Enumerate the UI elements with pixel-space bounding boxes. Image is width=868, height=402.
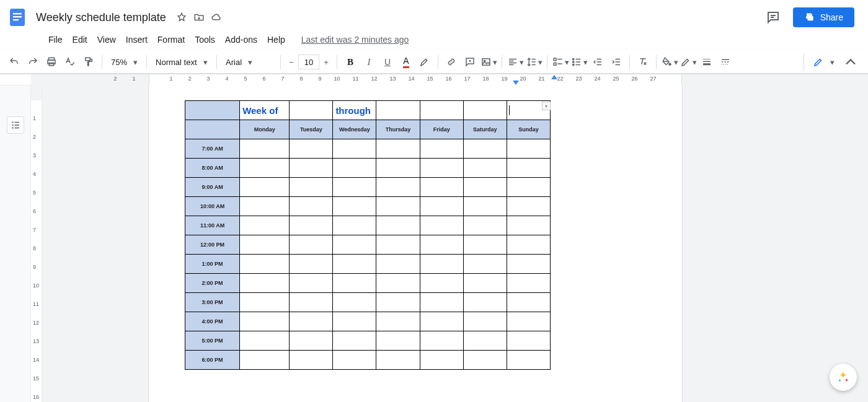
editing-mode-select[interactable]: ▾	[804, 53, 839, 71]
schedule-cell[interactable]	[463, 216, 507, 235]
document-canvas[interactable]: ▾ Week of through	[42, 85, 868, 402]
border-color-icon[interactable]: ▾	[680, 53, 697, 71]
menu-insert[interactable]: Insert	[121, 32, 153, 47]
schedule-cell[interactable]	[290, 235, 333, 255]
time-label[interactable]: 9:00 AM	[185, 178, 240, 197]
open-comments-icon[interactable]	[764, 9, 782, 26]
schedule-cell[interactable]	[240, 178, 290, 197]
schedule-cell[interactable]	[420, 274, 463, 293]
schedule-cell[interactable]	[240, 197, 290, 216]
menu-format[interactable]: Format	[153, 32, 190, 47]
schedule-cell[interactable]	[240, 274, 290, 293]
bulleted-list-icon[interactable]: ▾	[570, 53, 588, 71]
schedule-cell[interactable]	[240, 139, 290, 159]
table-row[interactable]: 10:00 AM	[185, 197, 551, 216]
day-header[interactable]: Saturday	[463, 120, 507, 139]
collapse-toolbar-icon[interactable]	[842, 53, 859, 71]
menu-addons[interactable]: Add-ons	[220, 32, 262, 47]
through-label[interactable]: through	[333, 101, 376, 120]
redo-icon[interactable]	[24, 53, 42, 71]
zoom-select[interactable]: 75% ▾	[106, 54, 143, 70]
table-row[interactable]: 5:00 PM	[185, 331, 551, 351]
time-label[interactable]: 7:00 AM	[185, 139, 240, 159]
week-of-value[interactable]	[290, 101, 333, 120]
first-line-indent-marker[interactable]	[551, 75, 557, 79]
font-size-decrease[interactable]: −	[285, 55, 298, 69]
table-row[interactable]: 8:00 AM	[185, 159, 551, 178]
indent-icon[interactable]	[608, 53, 625, 71]
spellcheck-icon[interactable]	[61, 53, 79, 71]
schedule-cell[interactable]	[420, 351, 463, 370]
schedule-cell[interactable]	[463, 255, 507, 274]
schedule-cell[interactable]	[333, 274, 376, 293]
horizontal-ruler[interactable]: 2112345678910111213141516171819202122232…	[0, 74, 868, 85]
schedule-cell[interactable]	[507, 216, 550, 235]
schedule-cell[interactable]	[290, 197, 333, 216]
table-row[interactable]: 4:00 PM	[185, 312, 551, 331]
explore-fab-icon[interactable]	[830, 364, 857, 391]
line-spacing-icon[interactable]: ▾	[525, 53, 542, 71]
last-edit-link[interactable]: Last edit was 2 minutes ago	[301, 35, 409, 45]
align-icon[interactable]: ▾	[507, 53, 524, 71]
share-button[interactable]: Share	[793, 7, 854, 27]
time-label[interactable]: 1:00 PM	[185, 255, 240, 274]
time-label[interactable]: 5:00 PM	[185, 331, 240, 351]
move-icon[interactable]	[193, 12, 205, 23]
week-of-label[interactable]: Week of	[240, 101, 290, 120]
schedule-cell[interactable]	[333, 351, 376, 370]
schedule-cell[interactable]	[333, 178, 376, 197]
table-row[interactable]: 3:00 PM	[185, 293, 551, 312]
day-header[interactable]: Tuesday	[290, 120, 333, 139]
schedule-cell[interactable]	[507, 197, 550, 216]
menu-help[interactable]: Help	[262, 32, 290, 47]
schedule-cell[interactable]	[290, 139, 333, 159]
schedule-cell[interactable]	[420, 312, 463, 331]
table-row[interactable]: 7:00 AM	[185, 139, 551, 159]
schedule-cell[interactable]	[463, 235, 507, 255]
time-label[interactable]: 11:00 AM	[185, 216, 240, 235]
schedule-cell[interactable]	[333, 312, 376, 331]
day-header[interactable]: Friday	[420, 120, 463, 139]
table-row[interactable]: 1:00 PM	[185, 255, 551, 274]
schedule-cell[interactable]	[376, 235, 420, 255]
schedule-cell[interactable]	[376, 351, 420, 370]
schedule-cell[interactable]	[333, 255, 376, 274]
time-label[interactable]: 10:00 AM	[185, 197, 240, 216]
schedule-cell[interactable]	[420, 197, 463, 216]
through-value[interactable]	[376, 101, 420, 120]
cloud-status-icon[interactable]	[211, 12, 222, 23]
schedule-cell[interactable]	[240, 331, 290, 351]
schedule-cell[interactable]	[376, 293, 420, 312]
table-row[interactable]: 12:00 PM	[185, 235, 551, 255]
schedule-cell[interactable]	[376, 159, 420, 178]
paragraph-style-select[interactable]: Normal text ▾	[151, 54, 213, 70]
schedule-cell[interactable]	[376, 197, 420, 216]
table-row[interactable]: Monday Tuesday Wednesday Thursday Friday…	[185, 120, 551, 139]
underline-icon[interactable]: U	[379, 53, 396, 71]
schedule-cell[interactable]	[463, 197, 507, 216]
insert-image-icon[interactable]: ▾	[480, 53, 497, 71]
schedule-cell[interactable]	[507, 293, 550, 312]
menu-file[interactable]: File	[43, 32, 68, 47]
menu-view[interactable]: View	[92, 32, 121, 47]
schedule-cell[interactable]	[290, 331, 333, 351]
schedule-cell[interactable]	[333, 216, 376, 235]
menu-edit[interactable]: Edit	[68, 32, 92, 47]
schedule-cell[interactable]	[290, 255, 333, 274]
schedule-cell[interactable]	[376, 139, 420, 159]
schedule-cell[interactable]	[240, 351, 290, 370]
day-header[interactable]: Monday	[240, 120, 290, 139]
schedule-cell[interactable]	[507, 331, 550, 351]
text-color-icon[interactable]: A	[397, 53, 415, 71]
schedule-cell[interactable]	[333, 293, 376, 312]
bold-icon[interactable]: B	[342, 53, 359, 71]
checklist-icon[interactable]: ▾	[552, 53, 569, 71]
schedule-cell[interactable]	[333, 159, 376, 178]
schedule-cell[interactable]	[333, 331, 376, 351]
schedule-cell[interactable]	[463, 293, 507, 312]
schedule-cell[interactable]	[290, 159, 333, 178]
schedule-cell[interactable]	[240, 159, 290, 178]
table-row[interactable]: 9:00 AM	[185, 178, 551, 197]
fill-color-icon[interactable]: ▾	[661, 53, 678, 71]
schedule-cell[interactable]	[240, 255, 290, 274]
